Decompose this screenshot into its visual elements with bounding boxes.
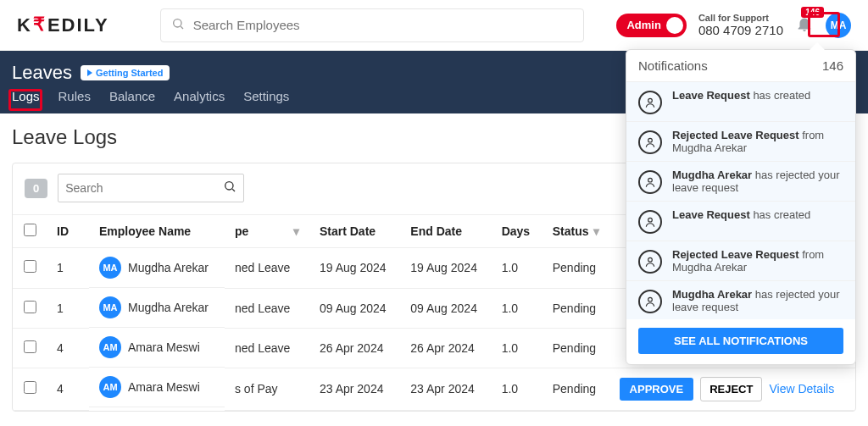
col-days[interactable]: Days <box>492 215 542 248</box>
tab-analytics[interactable]: Analytics <box>174 89 225 107</box>
employee-avatar: MA <box>99 257 121 279</box>
col-checkbox <box>13 215 47 248</box>
col-start[interactable]: Start Date <box>309 215 400 248</box>
cell-start: 26 Apr 2024 <box>309 328 400 368</box>
employee-avatar: AM <box>99 336 121 358</box>
notification-text: Mugdha Arekar has rejected your leave re… <box>672 288 843 313</box>
notifications-count: 146 <box>822 58 843 73</box>
cell-end: 26 Apr 2024 <box>400 328 491 368</box>
tab-logs[interactable]: Logs <box>12 89 40 107</box>
notification-text: Rejected Leave Request from Mugdha Areka… <box>672 129 843 154</box>
col-employee[interactable]: Employee Name <box>89 215 225 248</box>
table-row: 4AMAmara Meswis of Pay23 Apr 202423 Apr … <box>13 368 855 410</box>
svg-point-7 <box>648 218 653 222</box>
logo-rupee: ₹ <box>33 14 47 36</box>
filter-icon[interactable]: ▾ <box>293 224 299 238</box>
employee-name: Amara Meswi <box>128 340 200 354</box>
cell-end: 09 Aug 2024 <box>400 288 491 328</box>
support-number: 080 4709 2710 <box>698 23 783 37</box>
approve-button[interactable]: APPROVE <box>620 378 694 401</box>
view-details-link[interactable]: View Details <box>769 382 834 396</box>
top-right: Admin Call for Support 080 4709 2710 146… <box>616 13 851 38</box>
cell-employee[interactable]: MAMugdha Arekar <box>89 248 225 288</box>
employee-avatar: AM <box>99 376 121 398</box>
cell-end: 19 Aug 2024 <box>400 248 491 289</box>
global-search[interactable] <box>160 8 584 42</box>
select-all-checkbox[interactable] <box>24 224 36 236</box>
notification-text: Leave Request has created <box>672 89 810 114</box>
global-search-input[interactable] <box>193 18 573 32</box>
col-end[interactable]: End Date <box>400 215 491 248</box>
notification-text: Mugdha Arekar has rejected your leave re… <box>672 169 843 194</box>
logs-search[interactable] <box>58 174 244 202</box>
cell-type: ned Leave <box>225 328 309 368</box>
cell-start: 19 Aug 2024 <box>309 248 400 289</box>
svg-line-3 <box>232 189 235 191</box>
cell-status: Pending <box>542 368 609 410</box>
cell-type: ned Leave <box>225 248 309 289</box>
col-id[interactable]: ID <box>47 215 89 248</box>
logo-post: EDILY <box>47 14 109 36</box>
brand-logo[interactable]: K ₹ EDILY <box>17 14 109 36</box>
col-status[interactable]: Status▾ <box>542 215 609 248</box>
reject-button[interactable]: REJECT <box>700 377 762 401</box>
svg-point-5 <box>648 138 653 142</box>
svg-point-6 <box>648 178 653 182</box>
svg-point-2 <box>225 182 233 190</box>
search-icon <box>171 17 193 34</box>
employee-name: Mugdha Arekar <box>128 261 209 274</box>
employee-name: Amara Meswi <box>128 380 200 394</box>
tab-balance[interactable]: Balance <box>109 89 155 107</box>
play-icon <box>87 69 92 76</box>
user-avatar[interactable]: MA <box>826 13 851 38</box>
notification-text: Leave Request has created <box>672 208 810 234</box>
notification-item[interactable]: Mugdha Arekar has rejected your leave re… <box>626 281 855 319</box>
getting-started-button[interactable]: Getting Started <box>81 65 170 80</box>
svg-point-4 <box>648 98 653 102</box>
filter-icon[interactable]: ▾ <box>593 224 599 238</box>
cell-days: 1.0 <box>492 248 542 289</box>
cell-status: Pending <box>542 248 609 289</box>
logs-search-input[interactable] <box>65 181 223 195</box>
employee-name: Mugdha Arekar <box>128 301 209 314</box>
notification-item[interactable]: Leave Request has created <box>626 82 855 122</box>
row-checkbox[interactable] <box>24 260 36 273</box>
notification-item[interactable]: Rejected Leave Request from Mugdha Areka… <box>626 122 855 162</box>
row-checkbox[interactable] <box>24 340 36 353</box>
getting-started-label: Getting Started <box>96 68 163 78</box>
see-all-notifications-button[interactable]: SEE ALL NOTIFICATIONS <box>638 328 843 354</box>
cell-type: s of Pay <box>225 368 309 410</box>
svg-point-0 <box>173 19 181 26</box>
row-checkbox[interactable] <box>24 381 36 394</box>
person-icon <box>638 130 662 154</box>
toggle-knob <box>666 17 683 34</box>
bell-icon <box>795 21 814 36</box>
support-label: Call for Support <box>698 13 783 24</box>
cell-days: 1.0 <box>492 288 542 328</box>
notifications-list[interactable]: Leave Request has createdRejected Leave … <box>626 82 855 319</box>
row-checkbox[interactable] <box>24 301 36 313</box>
notification-item[interactable]: Leave Request has created <box>626 202 855 241</box>
notification-item[interactable]: Rejected Leave Request from Mugdha Areka… <box>626 241 855 281</box>
cell-start: 09 Aug 2024 <box>309 288 400 328</box>
admin-toggle[interactable]: Admin <box>616 14 686 37</box>
svg-line-1 <box>181 26 183 29</box>
cell-id: 4 <box>47 368 89 410</box>
person-icon <box>638 250 662 274</box>
tab-rules[interactable]: Rules <box>58 89 91 107</box>
cell-employee[interactable]: MAMugdha Arekar <box>89 288 225 328</box>
cell-start: 23 Apr 2024 <box>309 368 400 410</box>
person-icon <box>638 290 662 313</box>
cell-employee[interactable]: AMAmara Meswi <box>89 328 225 368</box>
cell-employee[interactable]: AMAmara Meswi <box>89 368 225 407</box>
notification-item[interactable]: Mugdha Arekar has rejected your leave re… <box>626 162 855 202</box>
notification-badge: 146 <box>801 7 824 18</box>
col-type[interactable]: pe▾ <box>225 215 309 248</box>
notifications-button[interactable]: 146 <box>795 14 814 36</box>
person-icon <box>638 91 662 114</box>
tab-settings[interactable]: Settings <box>243 89 289 107</box>
logo-pre: K <box>17 14 32 36</box>
cell-id: 4 <box>47 328 89 368</box>
notifications-panel: Notifications 146 Leave Request has crea… <box>626 49 856 365</box>
notifications-title: Notifications <box>638 58 708 73</box>
